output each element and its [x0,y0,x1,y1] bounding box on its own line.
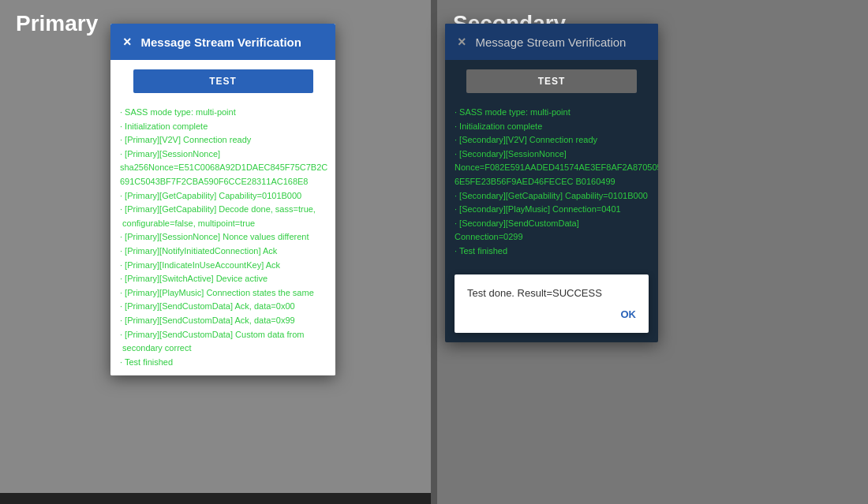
log-line: · [Primary][SessionNonce]sha256Nonce=E51… [120,147,326,189]
left-modal: × Message Stream Verification TEST · SAS… [110,24,335,375]
log-line: · [Primary][PlayMusic] Connection states… [120,286,326,301]
log-line: · [Primary][IndicateInUseAccountKey] Ack [120,259,326,273]
right-test-button: TEST [466,69,637,93]
left-modal-close-button[interactable]: × [123,35,132,49]
log-line: · Initialization complete [120,120,326,134]
log-line: · Test finished [120,356,326,370]
left-modal-title: Message Stream Verification [141,35,301,49]
log-line: · [Secondary][SessionNonce]Nonce=F082E59… [455,147,649,189]
log-line: · [Primary][SessionNonce] Nonce values d… [120,230,326,245]
left-panel: Primary × Message Stream Verification TE… [0,0,431,504]
left-modal-log: · SASS mode type: multi-point · Initiali… [110,99,335,375]
left-test-button[interactable]: TEST [133,69,313,93]
log-line: · [Secondary][GetCapability] Capability=… [455,189,649,203]
right-modal: × Message Stream Verification TEST · SAS… [445,24,658,342]
log-line: · SASS mode type: multi-point [120,106,326,120]
right-modal-log: · SASS mode type: multi-point · Initiali… [445,99,658,265]
log-line: · Test finished [455,245,649,259]
panel-divider [431,0,437,504]
log-line: · Initialization complete [455,120,649,134]
log-line: · [Primary][SwitchActive] Device active [120,272,326,286]
log-line: · [Secondary][SendCustomData] Connection… [455,217,649,245]
log-line: · [Secondary][V2V] Connection ready [455,133,649,147]
log-line: · [Secondary][PlayMusic] Connection=0401 [455,203,649,217]
result-dialog: Test done. Result=SUCCESS OK [455,274,649,333]
log-line: · [Primary][SendCustomData] Ack, data=0x… [120,314,326,328]
result-ok-button[interactable]: OK [467,308,636,320]
result-message: Test done. Result=SUCCESS [467,287,636,299]
log-line: · [Primary][V2V] Connection ready [120,133,326,147]
log-line: · [Primary][SendCustomData] Ack, data=0x… [120,300,326,314]
right-modal-header: × Message Stream Verification [445,24,658,60]
right-modal-close-button[interactable]: × [458,35,466,49]
log-line: · [Primary][GetCapability] Capability=01… [120,189,326,203]
left-modal-header: × Message Stream Verification [110,24,335,60]
log-line: · [Primary][SendCustomData] Custom data … [120,328,326,356]
log-line: · [Primary][GetCapability] Decode done, … [120,203,326,230]
log-line: · [Primary][NotifyInitiatedConnection] A… [120,245,326,259]
right-modal-title: Message Stream Verification [476,35,627,49]
right-panel: Secondary × Message Stream Verification … [437,0,868,504]
left-bottom-bar [0,493,431,504]
log-line: · SASS mode type: multi-point [455,106,649,120]
